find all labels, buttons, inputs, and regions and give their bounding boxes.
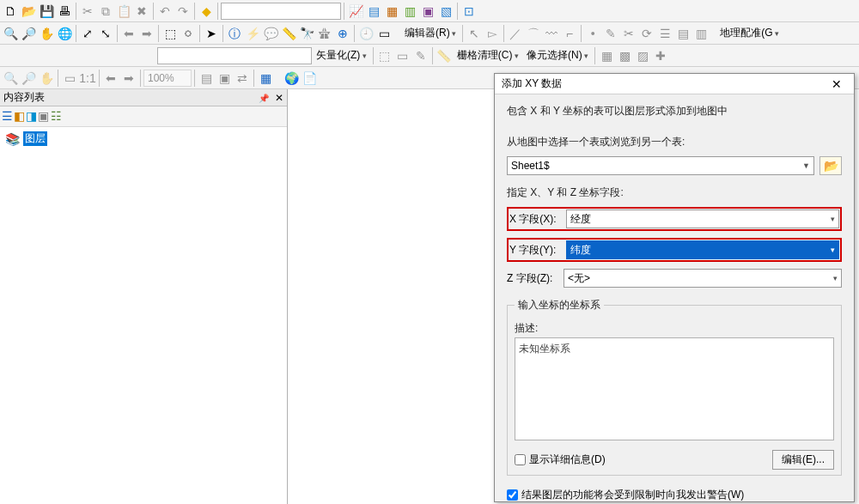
separator (76, 3, 76, 20)
fields-section-label: 指定 X、Y 和 Z 坐标字段: (507, 185, 842, 200)
separator (457, 3, 458, 20)
list-by-selection-icon[interactable]: ▣ (38, 110, 49, 123)
z-field-value: <无> (568, 271, 590, 286)
editor-menu[interactable]: 编辑器(R) (401, 26, 460, 40)
z-field-combo[interactable]: <无> ▾ (564, 269, 842, 288)
go-to-xy-icon[interactable]: ⊕ (334, 25, 351, 42)
list-by-drawing-order-icon[interactable]: ☰ (2, 110, 13, 123)
rotate-icon: ⟳ (638, 25, 655, 42)
fixed-zoom-out-icon[interactable]: ⤡ (97, 25, 114, 42)
dialog-titlebar[interactable]: 添加 XY 数据 ✕ (495, 74, 854, 94)
fixed-zoom-in-icon[interactable]: ⤢ (79, 25, 96, 42)
separator (58, 70, 58, 87)
raster-cleanup-menu[interactable]: 栅格清理(C) (454, 48, 522, 63)
find-route-icon: 🛣 (316, 25, 333, 42)
list-by-source-icon[interactable]: ◧ (14, 110, 25, 123)
add-xy-data-dialog: 添加 XY 数据 ✕ 包含 X 和 Y 坐标的表可以图层形式添加到地图中 从地图… (494, 73, 855, 502)
pan-icon[interactable]: ✋ (38, 25, 55, 42)
choose-table-label: 从地图中选择一个表或浏览到另一个表: (507, 135, 842, 149)
create-viewer-icon[interactable]: ▭ (375, 25, 393, 42)
edit-vertices-icon: ▻ (484, 25, 501, 42)
modelbuilder-icon[interactable]: ▧ (437, 3, 454, 20)
sketch-properties-icon: ▤ (674, 25, 691, 42)
separator (217, 3, 218, 20)
measure-icon[interactable]: 📏 (280, 25, 297, 42)
y-field-row: Y 字段(Y): 纬度 ▾ (507, 238, 842, 262)
data-driven-pages-icon[interactable]: ▦ (257, 70, 274, 87)
close-icon[interactable]: ✕ (826, 77, 847, 91)
identify-icon[interactable]: ⓘ (226, 25, 243, 42)
copy-icon: ⧉ (97, 3, 114, 20)
generate-features-icon: ⬚ (376, 47, 393, 64)
toolbar-standard: 🗋 📂 💾 🖶 ✂ ⧉ 📋 ✖ ↶ ↷ ◆ 📈 ▤ ▦ ▥ ▣ ▧ ⊡ (0, 0, 859, 22)
list-by-visibility-icon[interactable]: ◨ (26, 110, 37, 123)
edit-crs-button[interactable]: 编辑(E)... (772, 450, 834, 470)
x-field-value: 经度 (570, 212, 591, 227)
find-icon[interactable]: 🔭 (298, 25, 315, 42)
full-extent-icon[interactable]: 🌐 (56, 25, 73, 42)
separator (194, 3, 195, 20)
table-combo[interactable]: Sheet1$ ▼ (507, 156, 814, 175)
y-field-value: 纬度 (570, 243, 591, 258)
separator (594, 47, 595, 64)
browse-table-button[interactable]: 📂 (819, 156, 842, 175)
html-popup-icon: 💬 (262, 25, 279, 42)
separator (253, 70, 254, 87)
back-extent-icon: ⬅ (120, 25, 137, 42)
snapping-icon[interactable]: ⊡ (460, 3, 478, 20)
save-icon[interactable]: 💾 (38, 3, 55, 20)
layout-pan-icon: ✋ (38, 70, 55, 87)
show-details-checkbox[interactable]: 显示详细信息(D) (515, 452, 606, 467)
pin-icon[interactable]: 📌 (259, 94, 269, 103)
crs-description-box[interactable]: 未知坐标系 (515, 337, 834, 440)
raster-painting-icon: ✚ (652, 47, 669, 64)
add-data-icon[interactable]: ◆ (198, 3, 215, 20)
y-field-combo[interactable]: 纬度 ▾ (566, 240, 839, 259)
select-features-icon[interactable]: ⬚ (161, 25, 179, 42)
georeferencing-menu[interactable]: 地理配准(G (716, 26, 783, 40)
scale-combo[interactable] (221, 3, 341, 20)
open-icon[interactable]: 📂 (20, 3, 37, 20)
cell-selection-menu[interactable]: 像元选择(N) (523, 48, 592, 63)
time-slider-icon: 🕘 (357, 25, 375, 42)
show-details-checkbox-input[interactable] (515, 454, 526, 465)
layout-view-icon[interactable]: 📄 (301, 70, 318, 87)
separator (158, 25, 159, 42)
python-window-icon[interactable]: ▣ (419, 3, 436, 20)
tree-root-layers[interactable]: 📚 图层 (3, 131, 283, 147)
arc-toolbox-icon[interactable]: ▥ (401, 3, 418, 20)
new-icon[interactable]: 🗋 (2, 3, 19, 20)
toc-options-icon[interactable]: ☷ (51, 110, 62, 123)
zoom-in-icon[interactable]: 🔍 (2, 25, 19, 42)
point-icon: • (584, 25, 601, 42)
forward-extent-icon: ➡ (138, 25, 155, 42)
undo-icon: ↶ (156, 3, 174, 20)
paste-icon: 📋 (115, 3, 132, 20)
catalog-window-icon[interactable]: ▤ (365, 3, 382, 20)
close-panel-icon[interactable]: ✕ (275, 92, 283, 104)
select-elements-arrow-icon[interactable]: ➤ (203, 25, 220, 42)
toc-tree[interactable]: 📚 图层 (0, 127, 287, 504)
coordinate-system-group: 输入坐标的坐标系 描述: 未知坐标系 显示详细信息(D) 编辑(E)... (507, 298, 842, 476)
arcscan-layer-combo[interactable] (157, 47, 312, 64)
data-view-icon[interactable]: 🌍 (283, 70, 300, 87)
print-icon[interactable]: 🖶 (56, 3, 73, 20)
search-window-icon[interactable]: ▦ (383, 3, 400, 20)
separator (153, 3, 154, 20)
z-field-row: Z 字段(Z): <无> ▾ (507, 269, 842, 288)
find-diagonal-icon: ▨ (634, 47, 651, 64)
table-of-contents-panel: 内容列表 📌 ✕ ☰ ◧ ◨ ▣ ☷ 📚 图层 (0, 89, 288, 504)
editor-toolbar-icon[interactable]: 📈 (347, 3, 364, 20)
zoom-out-icon[interactable]: 🔎 (20, 25, 37, 42)
toggle-draft-mode-icon: ▤ (198, 70, 215, 87)
layout-zoom-out-icon: 🔎 (20, 70, 37, 87)
warn-checkbox-input[interactable] (507, 489, 518, 501)
separator (344, 3, 344, 20)
go-back-extent-icon: ⬅ (102, 70, 119, 87)
x-field-combo[interactable]: 经度 ▾ (566, 209, 839, 228)
layers-icon: 📚 (5, 133, 20, 145)
vectorize-menu[interactable]: 矢量化(Z) (313, 48, 370, 63)
attributes-icon: ☰ (656, 25, 673, 42)
hyperlink-icon: ⚡ (244, 25, 261, 42)
warn-checkbox[interactable]: 结果图层的功能将会受到限制时向我发出警告(W) (507, 488, 842, 501)
